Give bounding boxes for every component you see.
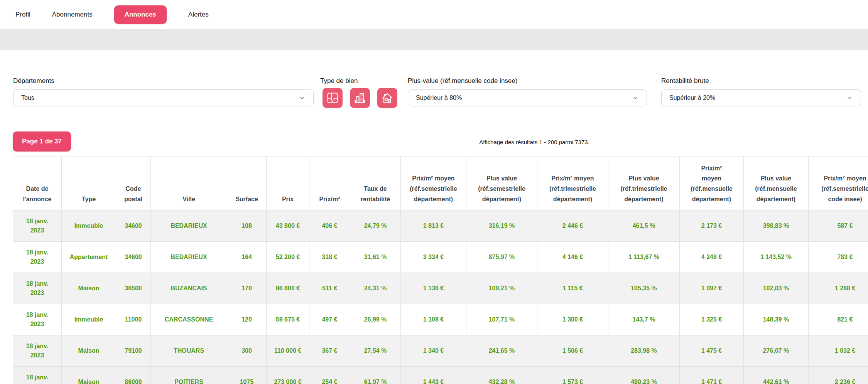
table-cell: 276,07 %	[744, 335, 809, 367]
table-cell: 24,79 %	[350, 211, 401, 242]
table-cell: 1 506 €	[537, 335, 608, 367]
table-cell: 1 300 €	[537, 304, 608, 335]
table-cell: 1 288 €	[809, 273, 868, 304]
table-row[interactable]: 18 janv. 2023Appartement34600BEDARIEUX16…	[13, 242, 868, 273]
type-de-bien-label: Type de bien	[320, 77, 358, 85]
table-row[interactable]: 18 janv. 2023Immeuble11000CARCASSONNE120…	[13, 304, 868, 335]
table-cell: 31,61 %	[350, 242, 401, 273]
table-cell: 2 446 €	[537, 211, 608, 242]
table-cell: Maison	[62, 273, 116, 304]
plus-value-value: Supérieur à 80%	[416, 94, 462, 101]
table-cell: BEDARIEUX	[151, 211, 227, 242]
column-header[interactable]: Prix/m² moyen (réf.trimestrielle départe…	[537, 157, 608, 211]
header-band	[0, 29, 868, 50]
table-cell: 4 248 €	[680, 242, 744, 273]
nav-tab-annonces[interactable]: Annonces	[114, 5, 167, 24]
column-header[interactable]: Plus value (réf.trimestrielle départemen…	[608, 157, 680, 211]
table-cell: 18 janv. 2023	[13, 211, 62, 242]
column-header[interactable]: Plus value (réf.mensuelle département)	[744, 157, 809, 211]
table-row[interactable]: 18 janv. 2023Maison79100THOUARS300110 00…	[13, 335, 868, 367]
table-cell: 18 janv. 2023	[13, 304, 62, 335]
rentabilite-select[interactable]: Supérieur à 20%	[661, 89, 861, 106]
column-header[interactable]: Prix	[267, 157, 309, 211]
table-cell: 1 136 €	[401, 273, 466, 304]
table-cell: 108	[227, 211, 267, 242]
chevron-down-icon	[299, 94, 306, 101]
table-cell: 1 115 €	[537, 273, 608, 304]
table-cell: 254 €	[309, 367, 350, 384]
table-cell: 24,31 %	[350, 273, 401, 304]
column-header[interactable]: Prix/m² moyen (réf.mensuelle département…	[680, 157, 744, 211]
table-cell: 480,23 %	[608, 367, 680, 384]
table-row[interactable]: 18 janv. 2023Immeuble34600BEDARIEUX10843…	[13, 211, 868, 242]
table-cell: 1 340 €	[401, 335, 466, 367]
table-cell: 27,54 %	[350, 335, 401, 367]
table-cell: 367 €	[309, 335, 350, 367]
column-header[interactable]: Surface	[227, 157, 267, 211]
column-header[interactable]: Prix/m² moyen (réf.semestrielle code ins…	[809, 157, 868, 211]
table-cell: 1 032 €	[809, 335, 868, 367]
table-cell: POITIERS	[151, 367, 227, 384]
top-navigation: ProfilAbonnementsAnnoncesAlertes	[0, 0, 868, 29]
table-cell: 43 800 €	[267, 211, 309, 242]
table-cell: 1 143,52 %	[744, 242, 809, 273]
table-cell: 26,99 %	[350, 304, 401, 335]
table-cell: 1 113,67 %	[608, 242, 680, 273]
table-cell: 821 €	[809, 304, 868, 335]
table-cell: 59 675 €	[267, 304, 309, 335]
table-cell: 86000	[116, 367, 151, 384]
column-header[interactable]: Date de l'annonce	[13, 157, 62, 211]
column-header[interactable]: Prix/m²	[309, 157, 350, 211]
table-row[interactable]: 18 janv. 2023Maison36500BUZANCAIS17086 8…	[13, 273, 868, 304]
results-count-text: Affichage des résultats 1 - 200 parmi 73…	[479, 139, 589, 145]
table-row[interactable]: 18 janv. 2023Maison86000POITIERS1075273 …	[13, 367, 868, 384]
table-cell: 3 334 €	[401, 242, 466, 273]
table-cell: 36500	[116, 273, 151, 304]
column-header[interactable]: Taux de rentabilité	[350, 157, 401, 211]
table-cell: 587 €	[809, 211, 868, 242]
table-cell: 241,65 %	[466, 335, 537, 367]
type-floorplan-button[interactable]	[323, 88, 343, 108]
table-cell: 432,28 %	[466, 367, 537, 384]
page: { "colors":{"accent_pink":"#ea476a","ico…	[0, 0, 868, 384]
plus-value-select[interactable]: Supérieur à 80%	[408, 89, 647, 106]
table-cell: 79100	[116, 335, 151, 367]
results-table-container[interactable]: Date de l'annonceTypeCode postalVilleSur…	[13, 157, 868, 384]
table-cell: 283,98 %	[608, 335, 680, 367]
nav-tab-profil[interactable]: Profil	[15, 11, 30, 19]
table-cell: 18 janv. 2023	[13, 242, 62, 273]
column-header[interactable]: Prix/m² moyen (réf.semestrielle départem…	[401, 157, 466, 211]
rentabilite-value: Supérieur à 20%	[669, 94, 715, 101]
departements-value: Tous	[21, 94, 34, 101]
table-cell: 120	[227, 304, 267, 335]
house-icon	[381, 91, 394, 104]
table-cell: 2 236 €	[809, 367, 868, 384]
table-cell: Immeuble	[62, 304, 116, 335]
table-cell: 1 475 €	[680, 335, 744, 367]
plus-value-label: Plus-value (réf.mensuelle code insee)	[408, 77, 517, 85]
column-header[interactable]: Plus value (réf.semestrielle département…	[466, 157, 537, 211]
table-cell: 1075	[227, 367, 267, 384]
column-header[interactable]: Type	[62, 157, 116, 211]
table-cell: 105,35 %	[608, 273, 680, 304]
table-cell: 442,61 %	[744, 367, 809, 384]
table-cell: 1 108 €	[401, 304, 466, 335]
table-cell: 109,21 %	[466, 273, 537, 304]
nav-tab-alertes[interactable]: Alertes	[188, 11, 209, 19]
page-indicator-button[interactable]: Page 1 de 37	[13, 131, 71, 152]
table-cell: 164	[227, 242, 267, 273]
table-cell: 34600	[116, 211, 151, 242]
table-cell: CARCASSONNE	[151, 304, 227, 335]
table-cell: Appartement	[62, 242, 116, 273]
column-header[interactable]: Ville	[151, 157, 227, 211]
type-house-button[interactable]	[377, 88, 397, 108]
column-header[interactable]: Code postal	[116, 157, 151, 211]
table-cell: 2 173 €	[680, 211, 744, 242]
rentabilite-label: Rentabilité brute	[661, 77, 709, 85]
departements-select[interactable]: Tous	[13, 89, 314, 106]
type-building-button[interactable]	[350, 88, 370, 108]
table-cell: 18 janv. 2023	[13, 273, 62, 304]
table-cell: 273 000 €	[267, 367, 309, 384]
table-cell: 11000	[116, 304, 151, 335]
nav-tab-abonnements[interactable]: Abonnements	[52, 11, 93, 19]
